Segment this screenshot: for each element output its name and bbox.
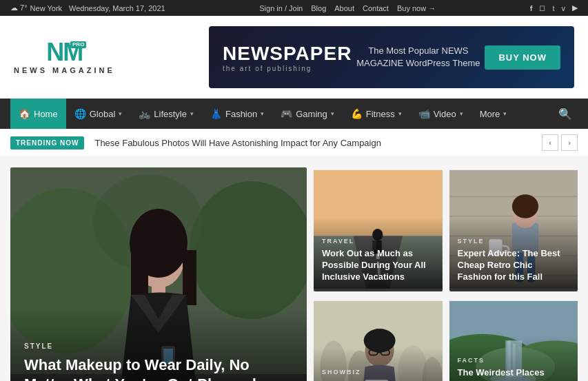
trending-prev-button[interactable]: ‹ <box>542 134 558 151</box>
nav-label-lifestyle: Lifestyle <box>154 109 187 119</box>
facts-article-title: The Weirdest Places Ashes Have Been Scat… <box>458 367 570 381</box>
global-icon: 🌐 <box>74 108 86 119</box>
article-facts[interactable]: FACTS The Weirdest Places Ashes Have Bee… <box>449 298 578 381</box>
signin-link[interactable]: Sign in / Join <box>259 4 303 12</box>
fashion-dropdown-icon: ▾ <box>261 110 264 117</box>
travel-article-title: Work Out as Much as Possible During Your… <box>322 248 434 283</box>
showbiz-article-overlay: SHOWBIZ Bloggers Hijacked the Industry, … <box>314 348 443 381</box>
site-logo[interactable]: NMPRO NEWS MAGAZINE <box>14 40 115 74</box>
trending-next-button[interactable]: › <box>561 134 578 151</box>
style-article-title: Expert Advice: The Best Cheap Retro Chic… <box>458 248 570 283</box>
banner-title: NEWSPAPER <box>223 43 352 65</box>
logo-nm: NMPRO <box>46 40 82 65</box>
trending-bar: TRENDING NOW These Fabulous Photos Will … <box>0 129 588 157</box>
top-bar-left: ☁ 7° New York Wednesday, March 17, 2021 <box>10 3 165 12</box>
vimeo-icon[interactable]: v <box>561 4 565 12</box>
nav-item-more[interactable]: More ▾ <box>472 99 516 129</box>
instagram-icon[interactable]: ◻ <box>539 3 545 12</box>
travel-article-category: TRAVEL <box>322 238 434 245</box>
main-content: STYLE What Makeup to Wear Daily, No Matt… <box>0 157 588 381</box>
about-link[interactable]: About <box>334 4 354 12</box>
facebook-icon[interactable]: f <box>530 4 533 12</box>
contact-link[interactable]: Contact <box>363 4 389 12</box>
style-article-overlay: STYLE Expert Advice: The Best Cheap Retr… <box>449 217 578 291</box>
twitter-icon[interactable]: t <box>552 4 554 12</box>
trending-badge: TRENDING NOW <box>10 136 84 150</box>
banner-description: The Most Popular NEWS MAGAZINE WordPress… <box>356 45 480 70</box>
buy-now-button[interactable]: Buy Now <box>485 45 560 70</box>
fashion-icon: 👗 <box>210 108 222 119</box>
banner-left: NEWSPAPER the art of publishing <box>223 43 352 72</box>
nav-item-fitness[interactable]: 💪 Fitness ▾ <box>343 99 410 129</box>
style-article-category: STYLE <box>458 238 570 245</box>
logo-text: NEWS MAGAZINE <box>14 66 115 74</box>
fitness-icon: 💪 <box>351 108 363 119</box>
banner-subtitle: the art of publishing <box>223 65 352 72</box>
weather-icon: ☁ 7° <box>10 3 28 12</box>
nav-item-video[interactable]: 📹 Video ▾ <box>410 99 472 129</box>
article-style[interactable]: STYLE Expert Advice: The Best Cheap Retr… <box>449 167 578 291</box>
fitness-dropdown-icon: ▾ <box>398 110 402 117</box>
top-bar-links: Sign in / Join Blog About Contact Buy no… <box>259 4 436 12</box>
gaming-icon: 🎮 <box>281 108 292 119</box>
nav-item-global[interactable]: 🌐 Global ▾ <box>66 99 131 129</box>
trending-text: These Fabulous Photos Will Have Astonish… <box>94 138 531 148</box>
more-dropdown-icon: ▾ <box>503 110 507 117</box>
nav-label-global: Global <box>90 109 116 119</box>
home-icon: 🏠 <box>19 108 30 119</box>
main-nav: 🏠 Home 🌐 Global ▾ 🚲 Lifestyle ▾ 👗 Fashio… <box>0 99 588 129</box>
search-icon[interactable]: 🔍 <box>553 107 578 121</box>
nav-label-fashion: Fashion <box>225 109 257 119</box>
pro-badge: PRO <box>70 41 86 48</box>
lifestyle-dropdown-icon: ▾ <box>190 110 194 117</box>
nav-label-fitness: Fitness <box>366 109 395 119</box>
article-showbiz[interactable]: SHOWBIZ Bloggers Hijacked the Industry, … <box>314 298 443 381</box>
featured-article[interactable]: STYLE What Makeup to Wear Daily, No Matt… <box>10 167 307 381</box>
weather-info: ☁ 7° New York <box>10 3 62 12</box>
nav-label-video: Video <box>434 109 456 119</box>
gaming-dropdown-icon: ▾ <box>331 110 334 117</box>
site-header: NMPRO NEWS MAGAZINE NEWSPAPER the art of… <box>0 16 588 99</box>
nav-item-lifestyle[interactable]: 🚲 Lifestyle ▾ <box>130 99 202 129</box>
social-icons: f ◻ t v ▶ <box>530 3 578 12</box>
blog-link[interactable]: Blog <box>311 4 326 12</box>
svg-point-32 <box>511 194 538 218</box>
facts-article-category: FACTS <box>458 357 570 364</box>
showbiz-article-category: SHOWBIZ <box>322 369 434 375</box>
article-travel[interactable]: TRAVEL Work Out as Much as Possible Duri… <box>314 167 443 291</box>
featured-article-overlay: STYLE What Makeup to Wear Daily, No Matt… <box>10 308 307 381</box>
youtube-icon[interactable]: ▶ <box>572 3 578 12</box>
video-icon: 📹 <box>418 108 430 119</box>
header-banner: NEWSPAPER the art of publishing The Most… <box>209 26 574 88</box>
trending-navigation: ‹ › <box>542 134 578 151</box>
featured-article-title: What Makeup to Wear Daily, No Matter Wha… <box>24 356 293 381</box>
nav-item-gaming[interactable]: 🎮 Gaming ▾ <box>272 99 343 129</box>
top-bar: ☁ 7° New York Wednesday, March 17, 2021 … <box>0 0 588 16</box>
nav-label-more: More <box>480 109 500 119</box>
lifestyle-icon: 🚲 <box>139 108 150 119</box>
nav-label-home: Home <box>34 109 58 119</box>
nav-item-home[interactable]: 🏠 Home <box>10 99 66 129</box>
facts-article-overlay: FACTS The Weirdest Places Ashes Have Bee… <box>449 336 578 381</box>
travel-article-overlay: TRAVEL Work Out as Much as Possible Duri… <box>314 217 443 291</box>
nav-label-gaming: Gaming <box>296 109 327 119</box>
nav-item-fashion[interactable]: 👗 Fashion ▾ <box>202 99 272 129</box>
city-name: New York <box>30 4 62 12</box>
video-dropdown-icon: ▾ <box>460 110 463 117</box>
date-display: Wednesday, March 17, 2021 <box>69 4 165 12</box>
global-dropdown-icon: ▾ <box>119 110 122 117</box>
buynow-link[interactable]: Buy now → <box>397 4 436 12</box>
featured-article-category: STYLE <box>24 342 293 350</box>
